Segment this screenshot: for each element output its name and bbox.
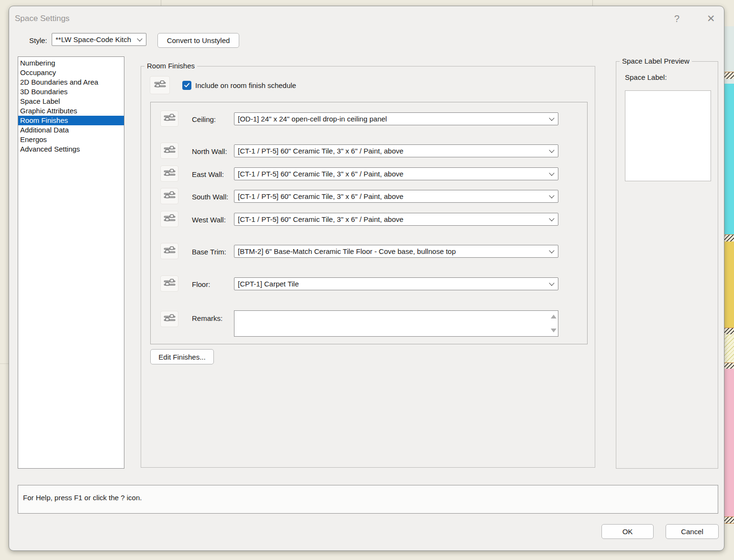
sliders-icon — [163, 277, 176, 290]
sidebar-item-advanced-settings[interactable]: Advanced Settings — [18, 144, 124, 154]
sidebar-item-occupancy[interactable]: Occupancy — [18, 68, 124, 77]
sliders-icon — [154, 79, 167, 91]
west-wall-select-value: [CT-1 / PT-5] 60" Ceramic Tile, 3" x 6" … — [238, 215, 403, 223]
chevron-down-icon — [549, 248, 554, 253]
floor-row: Floor:[CPT-1] Carpet Tile — [151, 277, 587, 296]
south-wall-row: South Wall:[CT-1 / PT-5] 60" Ceramic Til… — [151, 190, 587, 208]
sliders-icon — [163, 144, 176, 157]
ceiling-label: Ceiling: — [192, 115, 216, 123]
backdrop-grid-line — [592, 0, 593, 6]
close-icon[interactable]: ✕ — [707, 13, 715, 24]
status-text: For Help, press F1 or click the ? icon. — [23, 494, 142, 502]
north-wall-label: North Wall: — [192, 147, 227, 155]
north-wall-select-value: [CT-1 / PT-5] 60" Ceramic Tile, 3" x 6" … — [238, 147, 403, 155]
finish-rows-panel: Remarks: Ceiling:[OD-1] 24" x 24" open-c… — [150, 102, 588, 344]
room-finishes-group: Room Finishes Include on room finish sch… — [141, 66, 595, 468]
sidebar-item-2d-boundaries-and-area[interactable]: 2D Boundaries and Area — [18, 77, 124, 87]
sidebar-item-numbering[interactable]: Numbering — [18, 58, 124, 68]
sliders-icon — [163, 112, 176, 125]
south-wall-select[interactable]: [CT-1 / PT-5] 60" Ceramic Tile, 3" x 6" … — [234, 190, 558, 203]
dialog-title: Space Settings — [15, 14, 69, 23]
floor-label: Floor: — [192, 280, 210, 288]
south-wall-select-value: [CT-1 / PT-5] 60" Ceramic Tile, 3" x 6" … — [238, 192, 403, 200]
include-on-schedule-label: Include on room finish schedule — [195, 81, 296, 89]
cancel-button[interactable]: Cancel — [666, 524, 719, 539]
north-wall-select[interactable]: [CT-1 / PT-5] 60" Ceramic Tile, 3" x 6" … — [234, 144, 558, 157]
checkmark-icon — [184, 81, 190, 90]
sidebar-item-3d-boundaries[interactable]: 3D Boundaries — [18, 87, 124, 97]
edit-finishes-button[interactable]: Edit Finishes... — [150, 349, 214, 364]
sidebar-item-room-finishes[interactable]: Room Finishes — [18, 116, 124, 125]
sliders-icon — [163, 167, 176, 180]
space-label-label: Space Label: — [625, 73, 667, 81]
south-wall-options-button[interactable] — [160, 188, 178, 204]
south-wall-label: South Wall: — [192, 193, 228, 201]
base-trim-select-value: [BTM-2] 6" Base-Match Ceramic Tile Floor… — [238, 247, 456, 255]
ceiling-select-value: [OD-1] 24" x 24" open-cell drop-in ceili… — [238, 115, 387, 123]
remarks-label: Remarks: — [192, 314, 222, 322]
floor-select[interactable]: [CPT-1] Carpet Tile — [234, 277, 558, 290]
chevron-down-icon — [549, 280, 554, 285]
chevron-down-icon — [137, 36, 142, 41]
chevron-down-icon — [549, 115, 554, 121]
chevron-down-icon — [549, 147, 554, 153]
ceiling-row: Ceiling:[OD-1] 24" x 24" open-cell drop-… — [151, 112, 587, 131]
space-label-preview-title: Space Label Preview — [620, 57, 692, 65]
north-wall-row: North Wall:[CT-1 / PT-5] 60" Ceramic Til… — [151, 144, 587, 163]
spinner-up-icon[interactable] — [551, 315, 556, 318]
convert-to-unstyled-button[interactable]: Convert to Unstyled — [157, 33, 239, 48]
remarks-options-button[interactable] — [160, 311, 178, 327]
room-finishes-group-title: Room Finishes — [145, 62, 197, 70]
style-combobox-value: **LW Space-Code Kitch — [56, 35, 131, 44]
space-label-preview-box — [625, 90, 711, 181]
settings-category-list: NumberingOccupancy2D Boundaries and Area… — [18, 56, 124, 469]
east-wall-select-value: [CT-1 / PT-5] 60" Ceramic Tile, 3" x 6" … — [238, 170, 403, 178]
ok-button[interactable]: OK — [601, 524, 654, 539]
west-wall-label: West Wall: — [192, 216, 226, 224]
sliders-icon — [163, 213, 176, 225]
chevron-down-icon — [549, 193, 554, 198]
backdrop-grid-line — [161, 0, 161, 6]
room-finishes-options-button[interactable] — [150, 76, 170, 94]
base-trim-label: Base Trim: — [192, 248, 226, 256]
east-wall-options-button[interactable] — [160, 165, 178, 182]
style-label: Style: — [29, 36, 47, 44]
space-label-preview-group: Space Label Preview Space Label: — [616, 61, 718, 469]
style-combobox[interactable]: **LW Space-Code Kitch — [52, 33, 146, 46]
help-icon[interactable]: ? — [674, 13, 679, 24]
east-wall-label: East Wall: — [192, 170, 224, 178]
west-wall-select[interactable]: [CT-1 / PT-5] 60" Ceramic Tile, 3" x 6" … — [234, 213, 558, 226]
east-wall-row: East Wall:[CT-1 / PT-5] 60" Ceramic Tile… — [151, 167, 587, 186]
sliders-icon — [163, 313, 176, 325]
east-wall-select[interactable]: [CT-1 / PT-5] 60" Ceramic Tile, 3" x 6" … — [234, 167, 558, 180]
remarks-textarea[interactable] — [234, 310, 558, 337]
status-bar: For Help, press F1 or click the ? icon. — [18, 485, 718, 514]
ceiling-select[interactable]: [OD-1] 24" x 24" open-cell drop-in ceili… — [234, 112, 558, 125]
west-wall-options-button[interactable] — [160, 211, 178, 227]
sidebar-item-additional-data[interactable]: Additional Data — [18, 125, 124, 135]
spinner-down-icon[interactable] — [551, 329, 556, 332]
sidebar-item-graphic-attributes[interactable]: Graphic Attributes — [18, 106, 124, 116]
west-wall-row: West Wall:[CT-1 / PT-5] 60" Ceramic Tile… — [151, 213, 587, 231]
floor-select-value: [CPT-1] Carpet Tile — [238, 280, 299, 288]
ceiling-options-button[interactable] — [160, 110, 178, 127]
base-trim-row: Base Trim:[BTM-2] 6" Base-Match Ceramic … — [151, 245, 587, 263]
sliders-icon — [163, 190, 176, 202]
base-trim-select[interactable]: [BTM-2] 6" Base-Match Ceramic Tile Floor… — [234, 245, 558, 258]
sliders-icon — [163, 245, 176, 257]
space-settings-dialog: Space Settings ? ✕ Style: **LW Space-Cod… — [9, 6, 724, 551]
floor-options-button[interactable] — [160, 275, 178, 292]
north-wall-options-button[interactable] — [160, 143, 178, 159]
base-trim-options-button[interactable] — [160, 243, 178, 259]
include-on-schedule-checkbox[interactable] — [182, 81, 191, 90]
chevron-down-icon — [549, 170, 554, 176]
chevron-down-icon — [549, 216, 554, 221]
backdrop-grid-line — [0, 363, 9, 364]
sidebar-item-energos[interactable]: Energos — [18, 135, 124, 144]
sidebar-item-space-label[interactable]: Space Label — [18, 97, 124, 106]
